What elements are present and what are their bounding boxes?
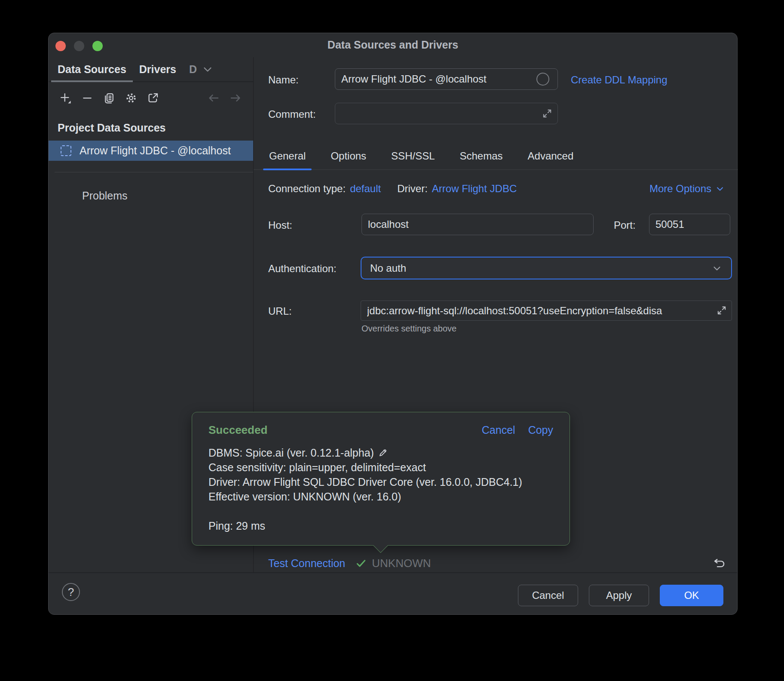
test-connection-link[interactable]: Test Connection <box>268 557 345 570</box>
popup-cancel-link[interactable]: Cancel <box>482 424 515 436</box>
check-icon <box>355 557 368 570</box>
tab-data-sources[interactable]: Data Sources <box>51 57 133 81</box>
name-input[interactable] <box>335 68 558 90</box>
tab-ssh-ssl[interactable]: SSH/SSL <box>385 142 441 170</box>
datasource-icon <box>61 145 71 156</box>
settings-tab-bar: General Options SSH/SSL Schemas Advanced <box>254 142 738 170</box>
tab-label: Drivers <box>139 63 176 76</box>
desktop-background: Data Sources and Drivers Data Sources Dr… <box>0 0 784 681</box>
add-icon[interactable] <box>59 92 72 104</box>
gear-icon[interactable] <box>125 92 138 104</box>
list-item-datasource[interactable]: Arrow Flight JDBC - @localhost <box>49 141 253 161</box>
url-hint-text: Overrides settings above <box>361 324 456 334</box>
tab-advanced[interactable]: Advanced <box>522 142 580 170</box>
tab-label: Advanced <box>528 150 574 162</box>
authentication-select[interactable]: No auth <box>361 257 732 279</box>
remove-icon[interactable] <box>81 92 94 104</box>
authentication-value: No auth <box>370 262 406 274</box>
tab-label: D <box>189 63 197 76</box>
tab-drivers[interactable]: Drivers <box>133 57 183 81</box>
url-input[interactable] <box>361 301 732 321</box>
export-icon[interactable] <box>147 92 159 104</box>
tab-general[interactable]: General <box>263 142 312 170</box>
popup-copy-link[interactable]: Copy <box>528 424 553 436</box>
tab-label: SSH/SSL <box>391 150 435 162</box>
authentication-label: Authentication: <box>268 263 337 275</box>
help-button[interactable]: ? <box>62 583 80 601</box>
more-options-link[interactable]: More Options <box>649 183 725 195</box>
expand-icon[interactable] <box>541 107 553 120</box>
driver-label: Driver: <box>397 183 428 195</box>
expand-icon[interactable] <box>716 304 728 316</box>
dbms-info: DBMS: Spice.ai (ver. 0.12.1-alpha) <box>208 445 374 460</box>
ok-button[interactable]: OK <box>660 585 723 606</box>
undo-icon[interactable] <box>712 556 726 570</box>
section-project-data-sources: Project Data Sources <box>49 111 253 141</box>
ping-info: Ping: 29 ms <box>208 518 265 533</box>
case-sensitivity-info: Case sensitivity: plain=upper, delimited… <box>208 460 426 475</box>
port-input[interactable] <box>649 214 730 235</box>
name-label: Name: <box>268 74 299 86</box>
pencil-icon[interactable] <box>377 447 389 458</box>
comment-label: Comment: <box>268 108 316 120</box>
driver-value-link[interactable]: Arrow Flight JDBC <box>432 183 517 195</box>
connection-type-row: Connection type: default Driver: Arrow F… <box>268 181 725 196</box>
connection-type-value[interactable]: default <box>350 183 381 195</box>
host-label: Host: <box>268 219 292 231</box>
title-bar: Data Sources and Drivers <box>49 33 737 57</box>
test-connection-row: Test Connection UNKNOWN <box>268 553 726 573</box>
sidebar-toolbar <box>49 82 253 111</box>
apply-button[interactable]: Apply <box>589 585 649 606</box>
port-label: Port: <box>614 219 636 231</box>
url-label: URL: <box>268 305 292 317</box>
tab-label: Schemas <box>460 150 503 162</box>
tab-ddl-truncated[interactable]: D <box>183 57 220 81</box>
connection-status-text: UNKNOWN <box>372 557 431 570</box>
chevron-down-icon <box>711 263 723 274</box>
tab-label: Data Sources <box>58 63 126 76</box>
connection-type-label: Connection type: <box>268 183 346 195</box>
popup-tail <box>373 538 388 553</box>
datasource-label: Arrow Flight JDBC - @localhost <box>80 144 231 157</box>
sidebar-item-problems[interactable]: Problems <box>49 172 253 202</box>
driver-info: Driver: Arrow Flight SQL JDBC Driver Cor… <box>208 475 522 489</box>
back-arrow-icon[interactable] <box>207 92 220 104</box>
sidebar-tab-bar: Data Sources Drivers D <box>49 57 253 82</box>
tab-label: General <box>269 150 306 162</box>
color-circle-icon[interactable] <box>536 73 549 86</box>
dialog-footer: ? Cancel Apply OK <box>49 572 737 614</box>
status-badge: Succeeded <box>208 423 267 437</box>
duplicate-icon[interactable] <box>103 92 116 104</box>
create-ddl-mapping-link[interactable]: Create DDL Mapping <box>571 74 668 86</box>
cancel-button[interactable]: Cancel <box>518 585 578 606</box>
tab-schemas[interactable]: Schemas <box>454 142 509 170</box>
test-connection-popup: Succeeded Cancel Copy DBMS: Spice.ai (ve… <box>192 412 570 546</box>
tab-label: Options <box>331 150 366 162</box>
forward-arrow-icon[interactable] <box>229 92 242 104</box>
more-options-label: More Options <box>649 183 711 195</box>
effective-version-info: Effective version: UNKNOWN (ver. 16.0) <box>208 489 401 504</box>
chevron-down-icon <box>715 184 725 194</box>
window-title: Data Sources and Drivers <box>49 39 737 51</box>
host-input[interactable] <box>361 214 594 235</box>
data-sources-dialog: Data Sources and Drivers Data Sources Dr… <box>48 33 738 615</box>
tab-options[interactable]: Options <box>325 142 372 170</box>
comment-input[interactable] <box>335 103 558 124</box>
chevron-down-icon[interactable] <box>201 63 214 76</box>
